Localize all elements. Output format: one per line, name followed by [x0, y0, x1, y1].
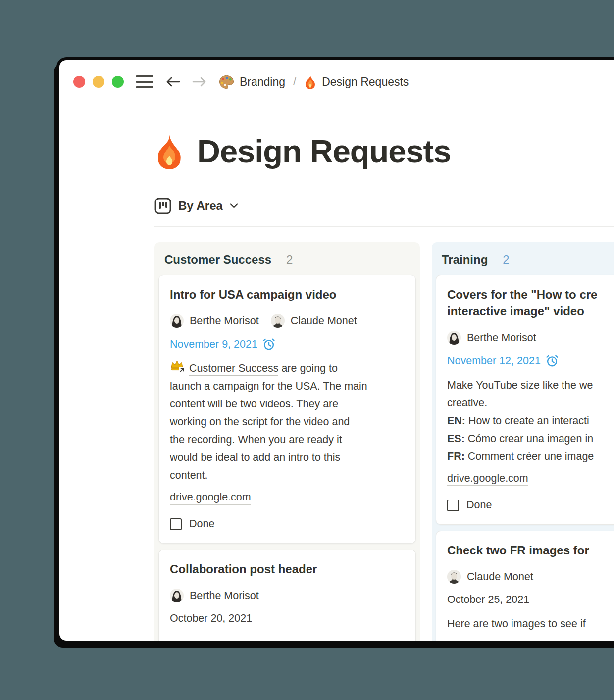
body-line: EN: How to create an interacti [447, 412, 614, 430]
card-date: October 20, 2021 [170, 612, 405, 625]
fire-icon [304, 74, 316, 89]
card-covers-how-to-video[interactable]: Covers for the "How to cre interactive i… [436, 275, 614, 525]
body-line: creative. [447, 394, 614, 412]
body-line: the recording. When you are ready it [170, 431, 405, 449]
card-date-reminder: November 9, 2021 [170, 338, 405, 350]
body-line: launch a campaign for the USA. The main [170, 377, 405, 395]
avatar-berthe-morisot [447, 331, 461, 345]
body-line: ES: Cómo crear una imagen in [447, 430, 614, 448]
avatar-claude-monet [271, 314, 285, 328]
body-line: would be ideal to add an intro to this [170, 449, 405, 466]
breadcrumb-separator: / [293, 75, 296, 88]
column-customer-success: Customer Success 2 Intro for USA campaig… [154, 242, 420, 641]
person: Claude Monet [271, 314, 357, 328]
date-text: October 20, 2021 [170, 612, 252, 625]
arrow-right-icon [192, 76, 207, 87]
card-people: Claude Monet [447, 570, 614, 584]
person-name: Berthe Morisot [467, 332, 536, 344]
page-background: Branding / Design Requests Desi [0, 0, 614, 700]
column-count: 2 [503, 253, 509, 267]
view-selector-label: By Area [178, 199, 223, 213]
page-mention-link[interactable]: Customer Success [189, 362, 278, 376]
done-property: Done [170, 518, 405, 530]
avatar-berthe-morisot [170, 589, 184, 602]
person-name: Berthe Morisot [190, 590, 259, 602]
chevron-down-icon [230, 203, 238, 209]
forward-button[interactable] [192, 76, 207, 87]
card-title: Check two FR images for [447, 542, 614, 559]
column-name: Training [442, 253, 488, 267]
card-date: October 25, 2021 [447, 594, 614, 606]
column-count: 2 [286, 253, 293, 267]
body-line: working on the script for the video and [170, 413, 405, 431]
drive-link[interactable]: drive.google.com [447, 471, 528, 486]
minimize-button[interactable] [93, 76, 104, 88]
card-title: Collaboration post header [170, 561, 405, 578]
done-property: Done [447, 499, 614, 511]
card-intro-usa-campaign[interactable]: Intro for USA campaign video Berthe Mori… [158, 275, 416, 544]
card-body: Make YouTube size like the we creative. … [447, 376, 614, 465]
menu-button[interactable] [136, 75, 154, 88]
card-date-reminder: November 12, 2021 [447, 354, 614, 367]
column-training: Training 2 Covers for the "How to cre in… [432, 242, 614, 641]
column-header[interactable]: Customer Success 2 [158, 246, 416, 275]
body-line: content will be two videos. They are [170, 395, 405, 413]
breadcrumb-label: Design Requests [322, 75, 409, 89]
breadcrumb-item-branding[interactable]: Branding [219, 75, 285, 89]
column-header[interactable]: Training 2 [436, 246, 614, 275]
date-text: November 12, 2021 [447, 355, 541, 367]
column-name: Customer Success [164, 253, 271, 267]
menu-icon [136, 75, 154, 77]
card-collaboration-post-header[interactable]: Collaboration post header Berthe Morisot… [158, 550, 416, 641]
person: Berthe Morisot [170, 589, 259, 602]
fire-icon [154, 134, 184, 169]
body-line: Here are two images to see if [447, 615, 614, 633]
breadcrumb-item-design-requests[interactable]: Design Requests [304, 74, 409, 89]
card-title: Intro for USA campaign video [170, 286, 405, 303]
breadcrumb-label: Branding [240, 75, 285, 89]
palette-icon [219, 75, 234, 89]
app-window: Branding / Design Requests Desi [59, 60, 614, 641]
view-selector[interactable]: By Area [154, 198, 238, 214]
alarm-clock-icon [262, 338, 275, 350]
body-line: Make YouTube size like the we [447, 376, 614, 394]
person-name: Claude Monet [467, 571, 533, 583]
drive-link[interactable]: drive.google.com [170, 490, 251, 505]
card-title: Covers for the "How to cre interactive i… [447, 286, 614, 320]
person-name: Claude Monet [291, 315, 357, 327]
date-text: November 9, 2021 [170, 338, 257, 350]
body-line: Customer Success are going to [170, 359, 405, 377]
kanban-board: Customer Success 2 Intro for USA campaig… [154, 242, 614, 641]
card-people: Berthe Morisot [170, 589, 405, 602]
traffic-lights [73, 76, 124, 88]
page-title: Design Requests [154, 133, 614, 170]
back-button[interactable] [165, 76, 180, 87]
date-text: October 25, 2021 [447, 594, 529, 606]
alarm-clock-icon [546, 354, 559, 367]
board-view-icon [154, 198, 171, 214]
done-checkbox[interactable] [447, 500, 459, 511]
close-button[interactable] [73, 76, 85, 88]
person-name: Berthe Morisot [190, 315, 259, 327]
avatar-claude-monet [447, 570, 461, 584]
card-people: Berthe Morisot Claude Monet [170, 314, 405, 328]
window-topbar: Branding / Design Requests [73, 73, 614, 90]
done-label: Done [466, 499, 492, 511]
card-body: Here are two images to see if [447, 615, 614, 633]
body-line: content. [170, 466, 405, 484]
crown-page-mention-icon [170, 360, 185, 372]
done-label: Done [189, 518, 214, 530]
page-title-text: Design Requests [197, 133, 451, 170]
divider [154, 226, 614, 227]
arrow-left-icon [165, 76, 180, 87]
done-checkbox[interactable] [170, 518, 182, 530]
page-content: Design Requests By Area Customer S [59, 133, 614, 641]
person: Claude Monet [447, 570, 533, 584]
body-line: FR: Comment créer une image [447, 448, 614, 465]
card-check-two-fr-images[interactable]: Check two FR images for Claude Monet Oct… [436, 531, 614, 641]
person: Berthe Morisot [447, 331, 536, 345]
zoom-button[interactable] [112, 76, 124, 88]
avatar-berthe-morisot [170, 314, 184, 328]
card-people: Berthe Morisot [447, 331, 614, 345]
person: Berthe Morisot [170, 314, 259, 328]
